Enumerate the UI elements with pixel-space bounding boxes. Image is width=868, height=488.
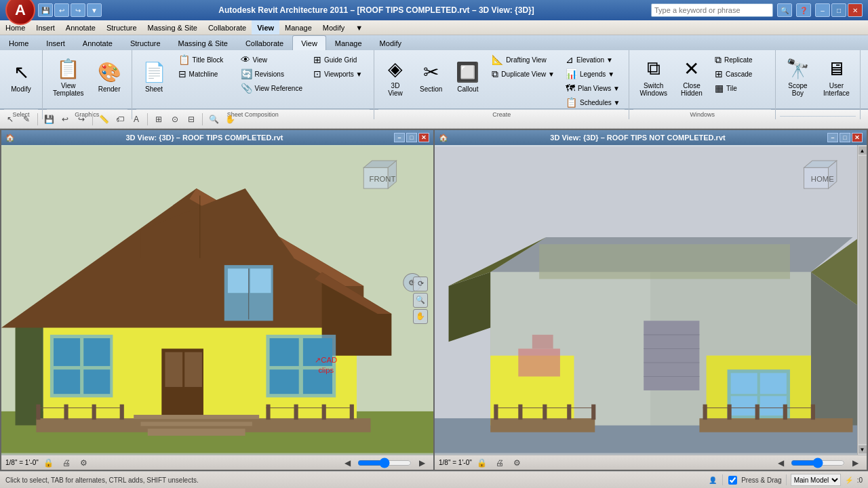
- help-button[interactable]: ❓: [796, 3, 811, 17]
- tool-undo[interactable]: ↩: [58, 112, 73, 127]
- tab-home[interactable]: Home: [0, 35, 37, 50]
- switch-windows-button[interactable]: ⧉ SwitchWindows: [633, 53, 673, 102]
- right-maximize-button[interactable]: □: [840, 133, 850, 142]
- tab-modify[interactable]: Modify: [371, 35, 410, 50]
- scroll-up[interactable]: ▲: [859, 146, 867, 155]
- tool-draw[interactable]: ✎: [19, 112, 34, 127]
- modify-button[interactable]: ↖ Modify: [4, 53, 38, 100]
- tab-view[interactable]: View: [292, 35, 326, 50]
- render-button[interactable]: 🎨 Render: [92, 53, 127, 100]
- left-minimize-button[interactable]: –: [394, 133, 405, 142]
- left-viewport-canvas[interactable]: ↗CAD clips FRONT ⟳ ⟳ 🔍: [1, 145, 433, 455]
- left-maximize-button[interactable]: □: [406, 133, 417, 142]
- svg-rect-30: [92, 405, 96, 420]
- right-viewport-canvas[interactable]: HOME ▲ ▼: [435, 145, 867, 455]
- tool-align[interactable]: ⊞: [151, 112, 166, 127]
- right-close-button[interactable]: ✕: [852, 133, 863, 142]
- menu-structure[interactable]: Structure: [101, 20, 142, 35]
- scope-boy-button[interactable]: 🔭 ScopeBoy: [780, 53, 816, 102]
- view-templates-button[interactable]: 📋 ViewTemplates: [47, 53, 90, 102]
- tool-redo[interactable]: ↪: [74, 112, 89, 127]
- plan-views-button[interactable]: 🗺 Plan Views ▼: [561, 81, 625, 95]
- menu-annotate[interactable]: Annotate: [60, 20, 101, 35]
- left-scroll-right[interactable]: ▶: [414, 455, 429, 470]
- viewports-button[interactable]: ⊡ Viewports ▼: [309, 67, 370, 81]
- menu-home[interactable]: Home: [0, 20, 31, 35]
- tool-pan[interactable]: ✋: [222, 112, 237, 127]
- menu-insert[interactable]: Insert: [31, 20, 60, 35]
- tool-mirror[interactable]: ⊟: [184, 112, 199, 127]
- tab-annotate[interactable]: Annotate: [74, 35, 121, 50]
- close-hidden-button[interactable]: ✕ CloseHidden: [675, 53, 709, 102]
- quick-undo[interactable]: ↩: [54, 3, 69, 17]
- 3d-view-button[interactable]: ◈ 3DView: [378, 53, 412, 102]
- maximize-button[interactable]: □: [831, 3, 846, 17]
- menu-modify[interactable]: Modify: [317, 20, 350, 35]
- left-scroll-left[interactable]: ◀: [340, 455, 355, 470]
- left-settings-icon[interactable]: ⚙: [77, 455, 92, 470]
- scroll-down[interactable]: ▼: [859, 445, 867, 453]
- tile-button[interactable]: ▦ Tile: [710, 81, 771, 95]
- menu-extra[interactable]: ▼: [350, 20, 368, 35]
- cascade-button[interactable]: ⊞ Cascade: [710, 67, 771, 81]
- right-scroll-bar[interactable]: [791, 458, 845, 468]
- drafting-view-button[interactable]: 📐 Drafting View: [487, 53, 559, 66]
- tool-select[interactable]: ↖: [3, 112, 18, 127]
- right-scroll-right[interactable]: ▶: [848, 455, 863, 470]
- left-close-button[interactable]: ✕: [418, 133, 429, 142]
- title-block-button[interactable]: 📋 Title Block: [174, 53, 235, 66]
- tool-zoom[interactable]: 🔍: [206, 112, 221, 127]
- minimize-button[interactable]: –: [815, 3, 830, 17]
- pan-tool[interactable]: ✋: [413, 309, 428, 324]
- tool-save[interactable]: 💾: [41, 112, 56, 127]
- group-sheet-content: 📄 Sheet 📋 Title Block ⊟ Matchline 👁: [136, 53, 370, 109]
- press-drag-checkbox[interactable]: [728, 476, 737, 485]
- tab-insert[interactable]: Insert: [37, 35, 74, 50]
- right-vertical-scrollbar[interactable]: ▲ ▼: [857, 145, 867, 455]
- elevation-button[interactable]: ⊿ Elevation ▼: [561, 53, 625, 66]
- model-selector[interactable]: Main Model: [791, 474, 841, 486]
- duplicate-view-button[interactable]: ⧉ Duplicate View ▼: [487, 67, 559, 81]
- user-interface-button[interactable]: 🖥 UserInterface: [817, 53, 856, 102]
- menu-manage[interactable]: Manage: [279, 20, 317, 35]
- legends-button[interactable]: 📊 Legends ▼: [561, 67, 625, 81]
- revisions-button[interactable]: 🔄 Revisions: [236, 67, 307, 81]
- zoom-tool[interactable]: 🔍: [413, 293, 428, 308]
- tab-massing[interactable]: Massing & Site: [170, 35, 237, 50]
- tab-structure[interactable]: Structure: [121, 35, 170, 50]
- section-button[interactable]: ✂ Section: [414, 53, 448, 100]
- left-scroll-bar[interactable]: [357, 458, 412, 468]
- sheet-button[interactable]: 📄 Sheet: [136, 53, 172, 100]
- search-input[interactable]: [651, 3, 773, 17]
- quick-settings[interactable]: ▼: [87, 3, 102, 17]
- orbit-tool[interactable]: ⟳: [413, 277, 428, 291]
- right-lock-icon[interactable]: 🔒: [475, 455, 490, 470]
- left-print-icon[interactable]: 🖨: [59, 455, 74, 470]
- legends-icon: 📊: [566, 68, 577, 79]
- menu-massing[interactable]: Massing & Site: [142, 20, 203, 35]
- right-scroll-left[interactable]: ◀: [773, 455, 788, 470]
- tool-tag[interactable]: 🏷: [113, 112, 127, 127]
- right-settings-icon[interactable]: ⚙: [510, 455, 525, 470]
- close-button[interactable]: ✕: [848, 3, 863, 17]
- tab-manage[interactable]: Manage: [326, 35, 371, 50]
- quick-save[interactable]: 💾: [38, 3, 53, 17]
- callout-button[interactable]: 🔲 Callout: [450, 53, 486, 100]
- tool-snap[interactable]: ⊙: [167, 112, 182, 127]
- menu-view[interactable]: View: [252, 20, 279, 35]
- right-minimize-button[interactable]: –: [827, 133, 838, 142]
- left-lock-icon[interactable]: 🔒: [41, 455, 56, 470]
- guide-grid-button[interactable]: ⊞ Guide Grid: [309, 53, 370, 66]
- quick-redo[interactable]: ↪: [71, 3, 85, 17]
- tool-text[interactable]: A: [129, 112, 144, 127]
- view-reference-button[interactable]: 📎 View Reference: [236, 81, 307, 95]
- menu-collaborate[interactable]: Collaborate: [203, 20, 252, 35]
- tool-measure[interactable]: 📏: [96, 112, 111, 127]
- view-comp-button[interactable]: 👁 View: [236, 53, 307, 66]
- search-button[interactable]: 🔍: [777, 3, 792, 17]
- schedules-button[interactable]: 📋 Schedules ▼: [561, 96, 625, 109]
- replicate-button[interactable]: ⧉ Replicate: [710, 53, 771, 66]
- tab-collaborate[interactable]: Collaborate: [237, 35, 292, 50]
- matchline-button[interactable]: ⊟ Matchline: [174, 67, 235, 81]
- right-print-icon[interactable]: 🖨: [492, 455, 507, 470]
